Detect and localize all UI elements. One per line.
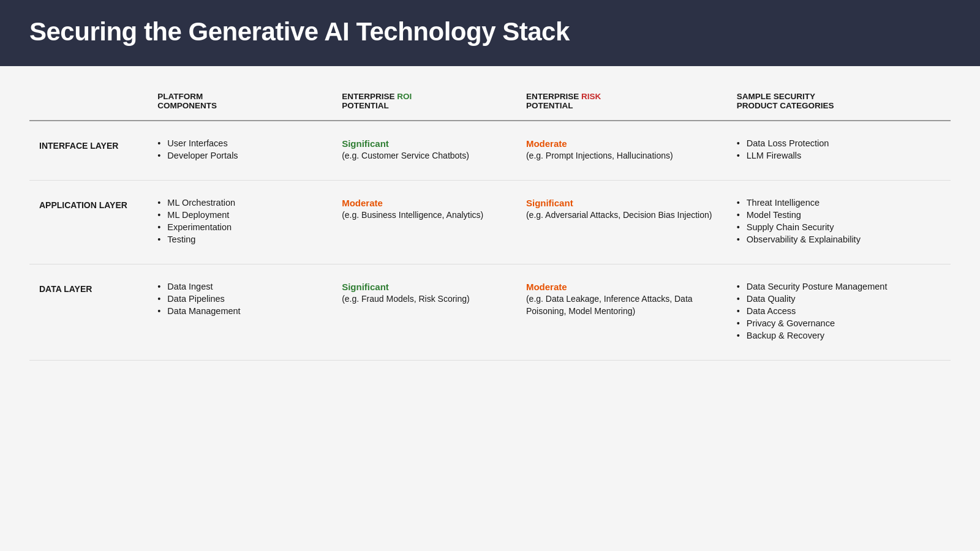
col-header-security: SAMPLE SECURITY PRODUCT CATEGORIES <box>727 84 951 121</box>
roi-status: Moderate <box>342 198 507 208</box>
roi-highlight: ROI <box>397 92 412 101</box>
col-header-risk: ENTERPRISE RISK POTENTIAL <box>516 84 727 121</box>
list-item: Threat Intelligence <box>737 198 941 208</box>
main-table: PLATFORM COMPONENTS ENTERPRISE ROI POTEN… <box>29 84 951 361</box>
risk-cell-0: Moderate(e.g. Prompt Injections, Halluci… <box>516 121 727 181</box>
roi-status: Significant <box>342 282 507 292</box>
list-item: Privacy & Governance <box>737 318 941 328</box>
roi-cell-0: Significant(e.g. Customer Service Chatbo… <box>332 121 516 181</box>
col-header-platform: PLATFORM COMPONENTS <box>148 84 332 121</box>
risk-cell-2: Moderate(e.g. Data Leakage, Inference At… <box>516 264 727 361</box>
platform-cell-2: Data IngestData PipelinesData Management <box>148 264 332 361</box>
risk-note: (e.g. Adversarial Attacks, Decision Bias… <box>526 209 717 222</box>
platform-cell-1: ML OrchestrationML DeploymentExperimenta… <box>148 181 332 264</box>
roi-cell-2: Significant(e.g. Fraud Models, Risk Scor… <box>332 264 516 361</box>
platform-cell-0: User InterfacesDeveloper Portals <box>148 121 332 181</box>
list-item: Data Quality <box>737 294 941 304</box>
risk-note: (e.g. Prompt Injections, Hallucinations) <box>526 150 717 162</box>
list-item: Model Testing <box>737 210 941 220</box>
list-item: LLM Firewalls <box>737 151 941 160</box>
col-header-empty <box>29 84 148 121</box>
risk-status: Significant <box>526 198 717 208</box>
list-item: Data Ingest <box>157 282 322 291</box>
risk-status: Moderate <box>526 138 717 149</box>
list-item: User Interfaces <box>157 138 322 148</box>
list-item: Data Loss Protection <box>737 138 941 148</box>
roi-status: Significant <box>342 138 507 149</box>
risk-status: Moderate <box>526 282 717 292</box>
roi-cell-1: Moderate(e.g. Business Intelligence, Ana… <box>332 181 516 264</box>
list-item: ML Orchestration <box>157 198 322 208</box>
risk-note: (e.g. Data Leakage, Inference Attacks, D… <box>526 293 717 317</box>
row-label-2: DATA LAYER <box>29 264 148 361</box>
security-cell-2: Data Security Posture ManagementData Qua… <box>727 264 951 361</box>
security-cell-0: Data Loss ProtectionLLM Firewalls <box>727 121 951 181</box>
list-item: ML Deployment <box>157 210 322 220</box>
roi-note: (e.g. Customer Service Chatbots) <box>342 150 507 162</box>
header: Securing the Generative AI Technology St… <box>0 0 980 66</box>
list-item: Data Access <box>737 306 941 316</box>
list-item: Data Security Posture Management <box>737 282 941 291</box>
security-cell-1: Threat IntelligenceModel TestingSupply C… <box>727 181 951 264</box>
list-item: Supply Chain Security <box>737 222 941 232</box>
row-label-0: INTERFACE LAYER <box>29 121 148 181</box>
list-item: Data Pipelines <box>157 294 322 304</box>
list-item: Testing <box>157 234 322 244</box>
roi-note: (e.g. Business Intelligence, Analytics) <box>342 209 507 222</box>
col-header-roi: ENTERPRISE ROI POTENTIAL <box>332 84 516 121</box>
roi-note: (e.g. Fraud Models, Risk Scoring) <box>342 293 507 305</box>
list-item: Developer Portals <box>157 151 322 160</box>
list-item: Observability & Explainability <box>737 234 941 244</box>
page-title: Securing the Generative AI Technology St… <box>29 17 951 47</box>
main-content: PLATFORM COMPONENTS ENTERPRISE ROI POTEN… <box>0 66 980 373</box>
list-item: Experimentation <box>157 222 322 232</box>
risk-highlight: RISK <box>581 92 601 101</box>
list-item: Data Management <box>157 306 322 316</box>
risk-cell-1: Significant(e.g. Adversarial Attacks, De… <box>516 181 727 264</box>
list-item: Backup & Recovery <box>737 331 941 340</box>
row-label-1: APPLICATION LAYER <box>29 181 148 264</box>
